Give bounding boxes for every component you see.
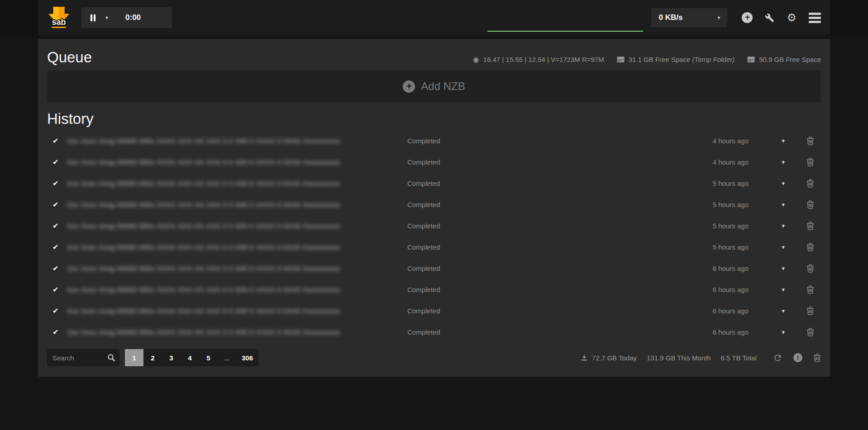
history-item-name: Xxx Xxxx Xxxg 00000 000x XXXX XXX-XX XXX…	[67, 286, 407, 293]
history-item-time: 4 hours ago	[694, 158, 749, 166]
row-delete-trash-icon[interactable]	[799, 285, 821, 294]
history-item-status: Completed	[407, 243, 694, 251]
history-row[interactable]: ✔Xxx Xxxx Xxxg 00000 000x XXXX XXX-XX XX…	[47, 300, 821, 321]
history-row[interactable]: ✔Xxx Xxxx Xxxg 00000 000x XXXX XXX-XX XX…	[47, 151, 821, 173]
page-ellipsis[interactable]: ...	[218, 349, 236, 366]
add-nzb-icon[interactable]: +	[742, 12, 753, 23]
hdd-temp-icon	[617, 56, 625, 63]
history-row[interactable]: ✔Xxx Xxxx Xxxg 00000 000x XXXX XXX-XX XX…	[47, 279, 821, 300]
row-expand-caret-icon[interactable]: ▾	[749, 201, 799, 208]
history-item-time: 5 hours ago	[694, 243, 749, 251]
row-expand-caret-icon[interactable]: ▾	[749, 244, 799, 250]
download-icon	[581, 354, 588, 361]
history-item-name: Xxx Xxxx Xxxg 00000 000x XXXX XXX-XX XXX…	[67, 137, 407, 145]
current-speed: 0 KB/s	[658, 13, 682, 22]
page-button-1[interactable]: 1	[125, 349, 143, 366]
history-item-name: Xxx Xxxx Xxxg 00000 000x XXXX XXX-XX XXX…	[67, 158, 407, 166]
row-expand-caret-icon[interactable]: ▾	[749, 137, 799, 144]
history-item-name: Xxx Xxxx Xxxg 00000 000x XXXX XXX-XX XXX…	[67, 328, 407, 336]
page-button-2[interactable]: 2	[143, 349, 162, 366]
info-exclamation-icon[interactable]: !	[793, 353, 802, 362]
pause-control-group: ▾ 0:00	[81, 7, 172, 28]
wrench-icon[interactable]	[765, 13, 774, 23]
completed-check-icon: ✔	[52, 137, 58, 145]
page-button-306[interactable]: 306	[236, 349, 258, 366]
pause-dropdown-caret-icon[interactable]: ▾	[105, 15, 108, 20]
history-stats: 72.7 GB Today 131.9 GB This Month 6.5 TB…	[581, 353, 821, 363]
completed-check-icon: ✔	[52, 285, 58, 294]
footer-icons: !	[773, 353, 821, 363]
history-item-status: Completed	[407, 180, 694, 187]
sabnzbd-logo[interactable]: sab	[47, 5, 71, 31]
history-item-status: Completed	[407, 307, 694, 315]
add-nzb-label: Add NZB	[421, 80, 465, 93]
plus-circle-icon: +	[403, 80, 415, 93]
row-expand-caret-icon[interactable]: ▾	[749, 180, 799, 187]
settings-gear-icon[interactable]: ⚙	[787, 12, 796, 23]
add-nzb-dropzone[interactable]: + Add NZB	[47, 71, 821, 102]
history-row[interactable]: ✔Xxx Xxxx Xxxg 00000 000x XXXX XXX-XX XX…	[47, 236, 821, 258]
row-expand-caret-icon[interactable]: ▾	[749, 286, 799, 293]
temp-free-space: 31.1 GB Free Space (Temp Folder)	[629, 56, 735, 63]
completed-check-icon: ✔	[52, 200, 58, 209]
purge-history-trash-icon[interactable]	[813, 354, 821, 362]
row-delete-trash-icon[interactable]	[799, 179, 821, 188]
queue-timer: 0:00	[125, 13, 141, 22]
queue-title: Queue	[47, 49, 92, 66]
row-delete-trash-icon[interactable]	[799, 307, 821, 315]
history-item-name: Xxx Xxxx Xxxg 00000 000x XXXX XXX-XX XXX…	[67, 201, 407, 208]
page-button-5[interactable]: 5	[199, 349, 218, 366]
row-delete-trash-icon[interactable]	[799, 222, 821, 230]
pause-icon[interactable]	[91, 14, 95, 21]
history-row[interactable]: ✔Xxx Xxxx Xxxg 00000 000x XXXX XXX-XX XX…	[47, 194, 821, 215]
pagination: 12345...306	[125, 349, 258, 366]
row-expand-caret-icon[interactable]: ▾	[749, 159, 799, 165]
hdd-complete-icon	[747, 56, 755, 63]
completed-check-icon: ✔	[52, 328, 58, 336]
history-row[interactable]: ✔Xxx Xxxx Xxxg 00000 000x XXXX XXX-XX XX…	[47, 215, 821, 236]
completed-check-icon: ✔	[52, 158, 58, 166]
speed-stats-text: 16.47 | 15.55 | 12.54 | V=1723M R=97M	[483, 56, 604, 63]
month-stat: 131.9 GB This Month	[647, 354, 711, 362]
completed-check-icon: ✔	[52, 264, 58, 273]
history-item-time: 6 hours ago	[694, 328, 749, 336]
page-button-3[interactable]: 3	[162, 349, 181, 366]
row-delete-trash-icon[interactable]	[799, 264, 821, 273]
completed-check-icon: ✔	[52, 243, 58, 251]
row-expand-caret-icon[interactable]: ▾	[749, 329, 799, 335]
queue-header: Queue ◉ 16.47 | 15.55 | 12.54 | V=1723M …	[47, 43, 821, 66]
history-item-time: 6 hours ago	[694, 307, 749, 315]
queue-stats: ◉ 16.47 | 15.55 | 12.54 | V=1723M R=97M …	[473, 56, 821, 66]
row-delete-trash-icon[interactable]	[799, 158, 821, 166]
row-expand-caret-icon[interactable]: ▾	[749, 307, 799, 314]
history-title: History	[47, 110, 821, 128]
search-icon[interactable]	[107, 354, 115, 364]
refresh-icon[interactable]	[773, 353, 782, 363]
history-row[interactable]: ✔Xxx Xxxx Xxxg 00000 000x XXXX XXX-XX XX…	[47, 258, 821, 279]
history-item-status: Completed	[407, 158, 694, 166]
history-row[interactable]: ✔Xxx Xxxx Xxxg 00000 000x XXXX XXX-XX XX…	[47, 321, 821, 343]
row-expand-caret-icon[interactable]: ▾	[749, 265, 799, 272]
hamburger-menu-icon[interactable]	[809, 13, 821, 23]
row-delete-trash-icon[interactable]	[799, 137, 821, 145]
row-delete-trash-icon[interactable]	[799, 328, 821, 336]
history-item-time: 6 hours ago	[694, 286, 749, 293]
speed-graph	[487, 16, 643, 32]
page-button-4[interactable]: 4	[181, 349, 199, 366]
completed-check-icon: ✔	[52, 222, 58, 230]
history-item-status: Completed	[407, 286, 694, 293]
row-delete-trash-icon[interactable]	[799, 200, 821, 209]
disc-speed-icon: ◉	[473, 56, 479, 63]
row-expand-caret-icon[interactable]: ▾	[749, 222, 799, 229]
history-item-status: Completed	[407, 137, 694, 145]
history-item-time: 4 hours ago	[694, 137, 749, 145]
search-box	[47, 349, 119, 366]
history-item-name: Xxx Xxxx Xxxg 00000 000x XXXX XXX-XX XXX…	[67, 307, 407, 315]
navbar-content: sab ▾ 0:00 0 KB/s ▾ + ⚙	[38, 0, 830, 35]
history-item-status: Completed	[407, 265, 694, 272]
row-delete-trash-icon[interactable]	[799, 243, 821, 251]
history-row[interactable]: ✔Xxx Xxxx Xxxg 00000 000x XXXX XXX-XX XX…	[47, 173, 821, 194]
main-panel: Queue ◉ 16.47 | 15.55 | 12.54 | V=1723M …	[38, 39, 830, 377]
history-row[interactable]: ✔Xxx Xxxx Xxxg 00000 000x XXXX XXX-XX XX…	[47, 130, 821, 151]
speed-limit-dropdown[interactable]: 0 KB/s ▾	[651, 8, 727, 27]
